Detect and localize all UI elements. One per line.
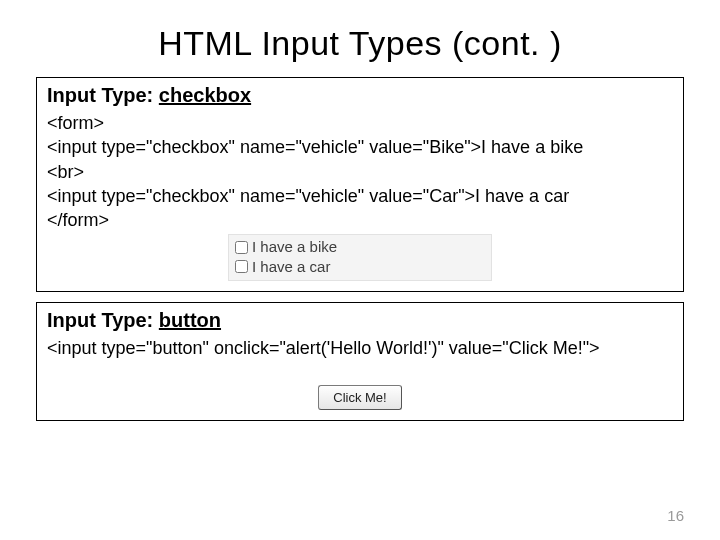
code-line: <input type="button" onclick="alert('Hel… <box>47 336 673 360</box>
code-line: <input type="checkbox" name="vehicle" va… <box>47 184 673 208</box>
slide: HTML Input Types (cont. ) Input Type: ch… <box>0 0 720 540</box>
code-line: </form> <box>47 208 673 232</box>
heading-prefix: Input Type: <box>47 84 159 106</box>
code-line: <form> <box>47 111 673 135</box>
render-preview-checkbox: I have a bike I have a car <box>228 234 492 281</box>
checkbox-label-car: I have a car <box>252 257 330 277</box>
checkbox-car[interactable] <box>235 260 248 273</box>
section-heading-button: Input Type: button <box>47 309 673 332</box>
section-heading-checkbox: Input Type: checkbox <box>47 84 673 107</box>
heading-prefix: Input Type: <box>47 309 159 331</box>
heading-term: button <box>159 309 221 331</box>
section-button: Input Type: button <input type="button" … <box>36 302 684 420</box>
code-line: <br> <box>47 160 673 184</box>
checkbox-row-bike: I have a bike <box>235 237 485 257</box>
slide-title: HTML Input Types (cont. ) <box>36 24 684 63</box>
render-preview-button: Click Me! <box>47 385 673 410</box>
checkbox-row-car: I have a car <box>235 257 485 277</box>
code-line: <input type="checkbox" name="vehicle" va… <box>47 135 673 159</box>
heading-term: checkbox <box>159 84 251 106</box>
checkbox-bike[interactable] <box>235 241 248 254</box>
section-checkbox: Input Type: checkbox <form> <input type=… <box>36 77 684 292</box>
page-number: 16 <box>667 507 684 524</box>
checkbox-label-bike: I have a bike <box>252 237 337 257</box>
click-me-button[interactable]: Click Me! <box>318 385 401 410</box>
